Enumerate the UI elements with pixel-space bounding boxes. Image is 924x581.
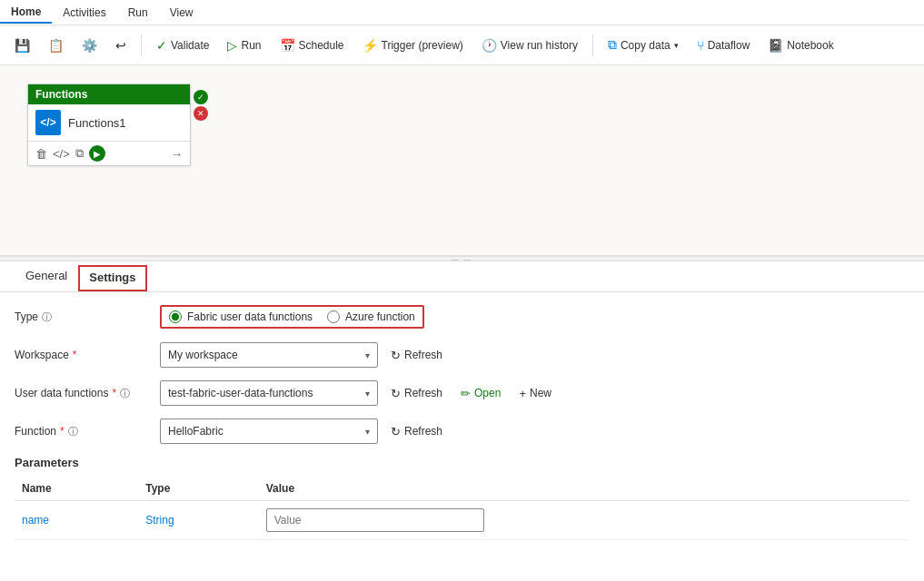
code-icon[interactable]: </>	[53, 147, 70, 161]
user-data-functions-dropdown[interactable]: test-fabric-user-data-functions ▾	[160, 380, 378, 406]
new-icon: +	[519, 387, 526, 400]
workspace-label: Workspace *	[15, 349, 160, 361]
parameters-title: Parameters	[15, 456, 909, 469]
form-area: Type ⓘ Fabric user data functions Azure …	[0, 292, 924, 551]
validate-button[interactable]: ✓ Validate	[149, 34, 216, 56]
params-header-value: Value	[259, 477, 909, 501]
udf-refresh-button[interactable]: ↻ Refresh	[385, 385, 448, 402]
workspace-refresh-icon: ↻	[391, 349, 401, 362]
menu-bar: Home Activities Run View	[0, 0, 924, 25]
schedule-button[interactable]: 📅 Schedule	[273, 34, 352, 56]
user-data-functions-controls: test-fabric-user-data-functions ▾ ↻ Refr…	[160, 380, 909, 406]
menu-item-home[interactable]: Home	[0, 2, 52, 24]
params-header-name: Name	[15, 477, 138, 501]
fabric-radio[interactable]	[169, 310, 182, 323]
copy-icon[interactable]: ⧉	[75, 146, 84, 161]
validate-icon: ✓	[156, 38, 167, 53]
trigger-icon: ⚡	[363, 38, 378, 53]
general-tab[interactable]: General	[15, 261, 78, 291]
workspace-refresh-button[interactable]: ↻ Refresh	[385, 347, 448, 364]
play-icon[interactable]: ▶	[89, 145, 105, 162]
udf-info-icon: ⓘ	[120, 387, 130, 400]
tabs-bar: General Settings	[0, 261, 924, 292]
arrow-right-icon[interactable]: →	[171, 147, 183, 161]
delete-icon[interactable]: 🗑	[35, 147, 47, 161]
workspace-dropdown[interactable]: My workspace ▾	[160, 342, 378, 368]
function-dropdown-arrow: ▾	[365, 427, 370, 437]
cross-button[interactable]: ✕	[194, 106, 208, 121]
azure-radio[interactable]	[327, 310, 340, 323]
check-button[interactable]: ✓	[194, 90, 208, 104]
udf-new-button[interactable]: + New	[513, 385, 557, 402]
function-controls: HelloFabric ▾ ↻ Refresh	[160, 419, 909, 444]
trigger-button[interactable]: ⚡ Trigger (preview)	[355, 34, 471, 56]
fabric-radio-option[interactable]: Fabric user data functions	[169, 310, 313, 323]
type-label: Type ⓘ	[15, 310, 160, 324]
save-icon: 💾	[15, 38, 30, 53]
menu-item-activities[interactable]: Activities	[52, 3, 116, 23]
toolbar: 💾 📋 ⚙️ ↩ ✓ Validate ▷ Run 📅 Schedule ⚡ T…	[0, 25, 924, 65]
undo-icon: ↩	[115, 38, 126, 53]
function-required: *	[60, 425, 65, 438]
save-button[interactable]: 💾	[7, 34, 37, 56]
parameters-section: Parameters Name Type Value name String	[15, 456, 909, 540]
copy-data-button[interactable]: ⧉ Copy data ▾	[601, 34, 686, 56]
type-radio-group: Fabric user data functions Azure functio…	[160, 305, 424, 329]
copy-data-icon: ⧉	[608, 37, 617, 53]
run-icon: ▷	[227, 38, 237, 53]
workspace-required: *	[73, 349, 77, 361]
run-button[interactable]: ▷ Run	[220, 34, 268, 56]
function-block[interactable]: Functions </> Functions1 ✓ ✕ 🗑 </> ⧉ ▶ →	[27, 84, 191, 166]
view-run-history-button[interactable]: 🕐 View run history	[474, 34, 585, 56]
dataflow-button[interactable]: ⑂ Dataflow	[690, 34, 758, 56]
notebook-icon: 📓	[768, 38, 783, 53]
history-icon: 🕐	[482, 38, 497, 53]
menu-item-run[interactable]: Run	[117, 3, 159, 23]
function-refresh-icon: ↻	[391, 425, 401, 438]
menu-item-view[interactable]: View	[159, 3, 204, 23]
main-content: Functions </> Functions1 ✓ ✕ 🗑 </> ⧉ ▶ →	[0, 65, 924, 581]
workspace-dropdown-arrow: ▾	[365, 350, 370, 360]
workspace-controls: My workspace ▾ ↻ Refresh	[160, 342, 909, 368]
separator-1	[141, 34, 142, 56]
param-type-cell: String	[138, 501, 259, 540]
type-info-icon: ⓘ	[42, 310, 52, 324]
function-row: Function * ⓘ HelloFabric ▾ ↻ Refresh	[15, 418, 909, 445]
separator-2	[592, 34, 593, 56]
workspace-row: Workspace * My workspace ▾ ↻ Refresh	[15, 341, 909, 369]
udf-open-button[interactable]: ✏ Open	[455, 385, 506, 402]
parameters-table: Name Type Value name String	[15, 477, 909, 540]
function-label: Function * ⓘ	[15, 425, 160, 438]
param-value-input[interactable]	[266, 508, 484, 532]
canvas-area[interactable]: Functions </> Functions1 ✓ ✕ 🗑 </> ⧉ ▶ →	[0, 65, 924, 256]
function-info-icon: ⓘ	[68, 425, 78, 438]
param-value-cell	[259, 501, 909, 540]
block-side-buttons: ✓ ✕	[194, 90, 208, 121]
udf-dropdown-arrow: ▾	[365, 389, 370, 399]
udf-required: *	[112, 387, 116, 399]
params-header-type: Type	[138, 477, 259, 501]
notebook-button[interactable]: 📓 Notebook	[760, 34, 840, 56]
function-block-body: </> Functions1 ✓ ✕	[28, 104, 190, 141]
user-data-functions-label: User data functions * ⓘ	[15, 387, 160, 400]
settings-button[interactable]: ⚙️	[75, 34, 104, 56]
function-refresh-button[interactable]: ↻ Refresh	[385, 423, 448, 440]
function-block-header: Functions	[28, 84, 190, 104]
udf-refresh-icon: ↻	[391, 387, 401, 400]
undo-button[interactable]: ↩	[108, 34, 134, 56]
azure-radio-option[interactable]: Azure function	[327, 310, 415, 323]
schedule-icon: 📅	[280, 38, 295, 53]
properties-panel: General Settings Type ⓘ Fabric user data…	[0, 261, 924, 581]
function-block-actions: 🗑 </> ⧉ ▶ →	[28, 141, 190, 165]
function-dropdown[interactable]: HelloFabric ▾	[160, 419, 378, 444]
type-row: Type ⓘ Fabric user data functions Azure …	[15, 303, 909, 330]
type-controls: Fabric user data functions Azure functio…	[160, 305, 909, 329]
paste-button[interactable]: 📋	[41, 34, 71, 56]
settings-icon: ⚙️	[82, 38, 97, 53]
table-row: name String	[15, 501, 909, 540]
paste-icon: 📋	[48, 38, 64, 53]
settings-tab[interactable]: Settings	[78, 265, 146, 291]
params-header-row: Name Type Value	[15, 477, 909, 501]
function-block-icon: </>	[35, 110, 61, 135]
copy-data-chevron: ▾	[674, 41, 679, 50]
